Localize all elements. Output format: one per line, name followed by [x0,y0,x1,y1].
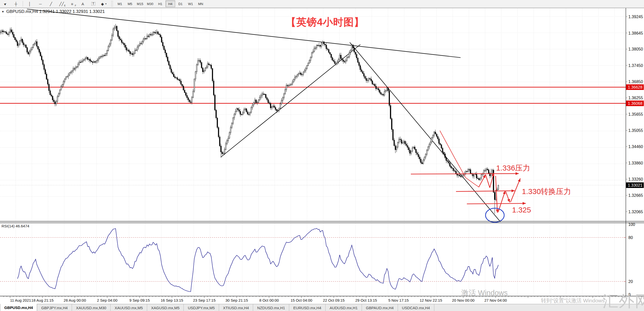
chart-title: 【英镑4小时图】 [286,15,364,29]
horizontal-line-tool[interactable]: ─ [35,1,45,7]
price-axis-label: 1.33260 [628,177,643,181]
time-axis-label: 30 Sep 21:15 [225,298,248,302]
price-axis-label: 1.38645 [628,31,643,35]
time-axis-label: 8 Oct 00:00 [259,298,279,302]
price-axis-label: 1.33860 [628,161,643,165]
annotation-1330-conversion: 1.330转换压力 [522,186,571,197]
symbol-tab-eurusd[interactable]: EURUSD.mx,H4 [289,304,326,311]
red-arrow [486,175,490,188]
current-price-label: 1.33021 [628,183,642,187]
timeframe-button-d1[interactable]: D1 [176,1,185,7]
symbol-tab-xauusd[interactable]: XAUUSD.mx,M30 [72,304,111,311]
trendline-tool[interactable]: ╱ [46,1,56,7]
time-axis-label: 27 Nov 04:00 [484,298,507,302]
price-axis-label: 1.38050 [628,47,643,51]
red-price-label: 1.36068 [628,101,642,106]
vertical-line-tool[interactable]: │ [25,1,35,7]
timeframe-button-m30[interactable]: M30 [145,1,155,7]
red-arrowhead [512,189,515,192]
rsi-axis-label: 20 [628,279,633,284]
time-axis-label: 18 Aug 21:15 [31,298,53,302]
crosshair-tool[interactable]: ┼ [11,1,21,7]
price-axis-label: 1.32665 [628,193,643,198]
timeframe-button-mn[interactable]: MN [196,1,205,7]
timeframe-button-h4[interactable]: H4 [166,1,175,7]
price-axis-label: 1.37450 [628,63,643,68]
timeframe-button-m1[interactable]: M1 [115,1,125,7]
time-axis-label: 5 Nov 17:15 [388,298,409,302]
rsi-axis-label: 100 [628,222,635,227]
time-axis-label: 26 Aug 00:00 [64,298,86,302]
fibonacci-tool[interactable]: ≡F [67,1,77,7]
rsi-indicator-label: RSI(14) 46.6474 [2,224,29,228]
symbol-tab-usdjpy[interactable]: USDJPY.mx,M5 [184,304,219,311]
symbol-tab-gbpjpy[interactable]: GBPJPY.mx,H4 [37,304,72,311]
red-arrow [456,191,515,192]
symbol-tab-bar: GBPUSD.mx,H4GBPJPY.mx,H4XAUUSD.mx,M30XAU… [0,304,644,311]
symbol-tab-gbpaud[interactable]: GBPAUD.mx,H4 [362,304,398,311]
time-axis-label: 20 Nov 00:00 [452,298,474,302]
time-axis-label: 11 Aug 2021 [10,298,31,302]
time-axis-label: 22 Oct 09:15 [323,298,345,302]
price-axis-label: 1.35655 [628,112,643,116]
symbol-tab-audusd[interactable]: AUDUSD.mx,H1 [326,304,362,311]
red-arrowhead [518,178,520,182]
annotation-1336-resistance: 1.336压力 [496,163,530,173]
windows-settings-watermark: 转到“设置”以激活 Windows。 [541,297,610,304]
price-axis-label: 1.36255 [628,96,643,100]
symbol-tab-nzdusd[interactable]: NZDUSD.mx,H1 [253,304,289,311]
time-axis-label: 16 Sep 13:15 [161,298,183,302]
steep-descending-trendline [350,42,500,222]
price-axis-label: 1.32065 [628,210,643,214]
price-axis-label: 1.36850 [628,80,643,84]
time-axis-label: 15 Oct 04:00 [290,298,312,302]
symbol-info[interactable]: ▼ GBPUSD.mx,H4 1.32941 1.33022 1.32931 1… [2,9,105,14]
timeframe-button-w1[interactable]: W1 [186,1,195,7]
red-arrowhead [503,191,505,194]
symbol-tab-usdcad[interactable]: USDCAD.mx,H4 [398,304,434,311]
symbol-tab-gbpusd[interactable]: GBPUSD.mx,H4 [0,304,37,311]
price-axis-label: 1.35055 [628,128,643,133]
time-axis-label: 29 Oct 13:15 [355,298,377,302]
rsi-value: 46.6474 [16,224,29,228]
toolbar: ►┼│─╱╱╱E≡FAT◆▼M1M5M15M30H1H4D1W1MN [0,0,644,8]
rsi-line [17,228,498,292]
red-arrow [467,203,526,204]
text-label-tool[interactable]: T [88,1,98,7]
arrows-tool[interactable]: ◆▼ [99,1,109,7]
timeframe-button-m5[interactable]: M5 [125,1,135,7]
timeframe-button-m15[interactable]: M15 [135,1,145,7]
site-watermark: 汇外网 [603,291,644,311]
symbol-tab-xagusd[interactable]: XAGUSD.mx,M5 [147,304,184,311]
price-axis-label: 1.34460 [628,145,643,149]
red-zigzag-lead [440,131,479,187]
symbol-tab-xtiusd[interactable]: XTIUSD.mx,H4 [219,304,253,311]
time-axis-label: 23 Sep 17:15 [193,298,216,302]
cursor-tool[interactable]: ► [0,1,10,7]
rsi-axis-label: 80 [628,235,633,240]
symbol-ohlc-text: GBPUSD.mx,H4 1.32941 1.33022 1.32931 1.3… [6,9,105,14]
symbol-tab-xauusd[interactable]: XAUUSD.mx,M5 [111,304,147,311]
annotation-1325-support: 1.325 [512,206,531,214]
mt4-window: ►┼│─╱╱╱E≡FAT◆▼M1M5M15M30H1H4D1W1MN 1.392… [0,0,644,311]
red-price-label: 1.36628 [628,85,642,89]
red-arrowhead [523,202,526,205]
tool-dropdown-caret-icon[interactable]: ▼ [105,3,107,5]
chart-graphics[interactable]: 1.392451.386451.380501.374501.368501.362… [0,0,644,311]
windows-activate-watermark: 激活 Windows [461,288,508,298]
symbol-dropdown-icon[interactable]: ▼ [2,10,4,13]
timeframe-button-h1[interactable]: H1 [155,1,165,7]
toolbar-separator [111,1,113,7]
red-arrow [411,174,519,174]
price-axis-label: 1.39245 [628,15,643,19]
time-axis-label: 2 Sep 04:00 [97,298,117,302]
time-axis-label: 9 Sep 09:15 [129,298,150,302]
equidistant-channel-tool[interactable]: ╱╱E [57,1,67,7]
time-axis-label: 12 Nov 22:15 [420,298,442,302]
red-arrowhead [507,199,510,202]
text-tool[interactable]: A [78,1,88,7]
toolbar-separator [23,1,23,7]
rsi-name: RSI(14) [2,224,15,228]
